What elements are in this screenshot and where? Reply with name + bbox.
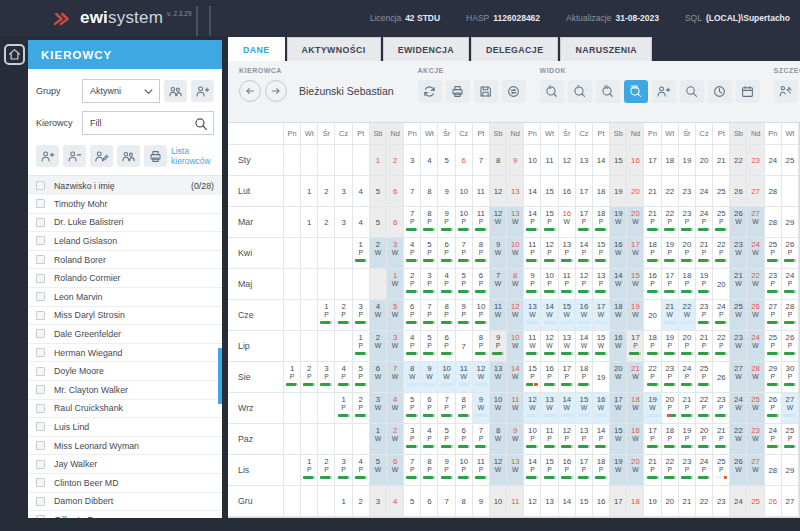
driver-checkbox[interactable]: [36, 497, 45, 506]
day-cell[interactable]: 19P: [696, 269, 713, 300]
day-cell[interactable]: 16W: [627, 424, 644, 455]
day-cell[interactable]: 2: [387, 145, 404, 176]
day-cell[interactable]: 13P: [559, 238, 576, 269]
day-cell[interactable]: 4W: [387, 393, 404, 424]
transfer-button[interactable]: [502, 80, 526, 103]
day-cell[interactable]: 6: [387, 176, 404, 207]
day-cell[interactable]: 15W: [576, 393, 593, 424]
day-cell[interactable]: 4: [353, 176, 370, 207]
day-cell[interactable]: 10: [490, 486, 507, 517]
day-cell[interactable]: 14P: [524, 207, 541, 238]
day-cell[interactable]: 19P: [662, 331, 679, 362]
day-cell[interactable]: 1: [370, 145, 387, 176]
day-cell[interactable]: 11P: [473, 455, 490, 486]
day-cell[interactable]: 20: [696, 145, 713, 176]
day-cell[interactable]: 25P: [696, 362, 713, 393]
day-cell[interactable]: 5W: [387, 300, 404, 331]
day-cell[interactable]: 11: [507, 486, 524, 517]
day-cell[interactable]: 1P: [284, 362, 301, 393]
day-cell[interactable]: 11P: [541, 424, 558, 455]
day-cell[interactable]: 24P: [765, 424, 782, 455]
day-cell[interactable]: 22P: [644, 362, 661, 393]
day-cell[interactable]: 24W: [747, 238, 764, 269]
day-cell[interactable]: 16W: [576, 300, 593, 331]
day-cell[interactable]: 20: [627, 176, 644, 207]
day-cell[interactable]: 2P: [335, 300, 352, 331]
day-cell[interactable]: 11P: [524, 238, 541, 269]
day-cell[interactable]: 7: [473, 145, 490, 176]
day-cell[interactable]: 15: [610, 145, 627, 176]
driver-checkbox[interactable]: [36, 515, 45, 518]
next-driver-button[interactable]: [265, 80, 287, 102]
day-cell[interactable]: 17P: [576, 455, 593, 486]
view-calendar-button[interactable]: [736, 80, 760, 103]
day-cell[interactable]: 10P: [456, 207, 473, 238]
day-cell[interactable]: 10W: [438, 362, 455, 393]
day-cell[interactable]: 11: [473, 176, 490, 207]
day-cell[interactable]: 3P: [404, 424, 421, 455]
day-cell[interactable]: 24: [730, 486, 747, 517]
user-minus-button[interactable]: [63, 145, 86, 167]
day-cell[interactable]: 14W: [610, 269, 627, 300]
day-cell[interactable]: 20P: [696, 424, 713, 455]
day-cell[interactable]: 17W: [627, 238, 644, 269]
day-cell[interactable]: 10P: [541, 269, 558, 300]
users-button[interactable]: [117, 145, 140, 167]
day-cell[interactable]: 4: [353, 207, 370, 238]
view-zoom-31-button[interactable]: 31: [596, 80, 620, 103]
day-cell[interactable]: 13W: [507, 455, 524, 486]
day-cell[interactable]: 3: [335, 207, 352, 238]
tab-naruszenia[interactable]: NARUSZENIA: [560, 37, 652, 61]
day-cell[interactable]: 17P: [662, 269, 679, 300]
view-zoom-365-button[interactable]: 365: [624, 80, 648, 103]
day-cell[interactable]: 7W: [387, 362, 404, 393]
day-cell[interactable]: 9: [507, 145, 524, 176]
day-cell[interactable]: 6: [387, 207, 404, 238]
day-cell[interactable]: 6P: [438, 331, 455, 362]
tab-ewidencja[interactable]: EWIDENCJA: [383, 37, 469, 61]
day-cell[interactable]: 26: [765, 486, 782, 517]
day-cell[interactable]: 19W: [627, 300, 644, 331]
day-cell[interactable]: 24W: [730, 393, 747, 424]
day-cell[interactable]: 23W: [730, 331, 747, 362]
day-cell[interactable]: 18P: [593, 207, 610, 238]
day-cell[interactable]: 12W: [507, 300, 524, 331]
day-cell[interactable]: 2: [318, 176, 335, 207]
day-cell[interactable]: 5: [370, 207, 387, 238]
view-search-button[interactable]: [680, 80, 704, 103]
day-cell[interactable]: 14W: [507, 362, 524, 393]
day-cell[interactable]: 24P: [713, 300, 730, 331]
day-cell[interactable]: 24P: [679, 362, 696, 393]
day-cell[interactable]: 5P: [438, 424, 455, 455]
day-cell[interactable]: 8W: [490, 424, 507, 455]
day-cell[interactable]: 15P: [541, 455, 558, 486]
day-cell[interactable]: 21P: [679, 393, 696, 424]
day-cell[interactable]: 13W: [541, 393, 558, 424]
day-cell[interactable]: 21P: [644, 207, 661, 238]
day-cell[interactable]: 2W: [387, 424, 404, 455]
day-cell[interactable]: 18P: [662, 424, 679, 455]
day-cell[interactable]: 22P: [713, 331, 730, 362]
day-cell[interactable]: 5P: [456, 269, 473, 300]
day-cell[interactable]: 3P: [335, 455, 352, 486]
day-cell[interactable]: 14P: [593, 424, 610, 455]
day-cell[interactable]: 3P: [353, 300, 370, 331]
day-cell[interactable]: 14P: [524, 455, 541, 486]
day-cell[interactable]: 7P: [456, 238, 473, 269]
day-cell[interactable]: 4P: [335, 362, 352, 393]
day-cell[interactable]: 17W: [593, 300, 610, 331]
day-cell[interactable]: 19W: [610, 455, 627, 486]
day-cell[interactable]: 22W: [747, 269, 764, 300]
day-cell[interactable]: 15W: [559, 300, 576, 331]
day-cell[interactable]: 12W: [524, 393, 541, 424]
day-cell[interactable]: 8P: [421, 207, 438, 238]
printer-button[interactable]: [446, 80, 470, 103]
day-cell[interactable]: 3: [370, 486, 387, 517]
day-cell[interactable]: 27W: [782, 393, 799, 424]
day-cell[interactable]: 2P: [301, 362, 318, 393]
day-cell[interactable]: 22W: [730, 424, 747, 455]
driver-checkbox[interactable]: [36, 460, 45, 469]
day-cell[interactable]: 22P: [696, 393, 713, 424]
day-cell[interactable]: 23P: [696, 300, 713, 331]
save-button[interactable]: [474, 80, 498, 103]
